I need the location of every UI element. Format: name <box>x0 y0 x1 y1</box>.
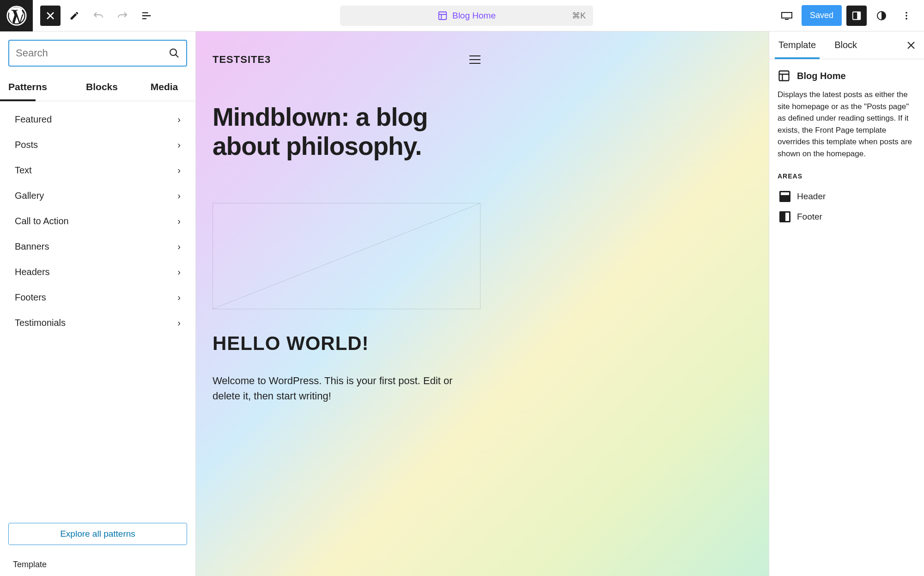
settings-panel: Template Block Blog Home Displays the la… <box>769 31 924 576</box>
tab-media[interactable]: Media <box>133 75 195 101</box>
areas-heading: AREAS <box>778 172 916 180</box>
tab-patterns[interactable]: Patterns <box>0 75 71 101</box>
post-title[interactable]: HELLO WORLD! <box>213 332 480 355</box>
svg-rect-1 <box>439 12 447 19</box>
svg-point-5 <box>906 12 907 13</box>
category-call-to-action[interactable]: Call to Action› <box>0 208 195 234</box>
wordpress-logo[interactable] <box>0 0 33 31</box>
document-title-bar[interactable]: Blog Home ⌘K <box>340 6 593 26</box>
area-footer[interactable]: Footer <box>778 207 916 227</box>
svg-point-6 <box>906 15 907 17</box>
redo-button[interactable] <box>112 6 133 26</box>
category-headers[interactable]: Headers› <box>0 259 195 285</box>
chevron-right-icon: › <box>177 190 181 201</box>
category-posts[interactable]: Posts› <box>0 132 195 158</box>
chevron-right-icon: › <box>177 216 181 227</box>
template-description: Displays the latest posts as either the … <box>778 89 916 159</box>
list-view-button[interactable] <box>136 6 157 26</box>
pattern-categories: Featured› Posts› Text› Gallery› Call to … <box>0 101 195 515</box>
close-settings-button[interactable] <box>898 41 924 50</box>
svg-rect-3 <box>857 12 860 19</box>
header-area-icon <box>779 191 790 202</box>
category-gallery[interactable]: Gallery› <box>0 183 195 208</box>
footer-area-icon <box>779 211 790 222</box>
keyboard-shortcut: ⌘K <box>572 11 586 21</box>
view-button[interactable] <box>777 6 797 26</box>
category-testimonials[interactable]: Testimonials› <box>0 310 195 336</box>
svg-point-7 <box>906 18 907 19</box>
inserter-panel: Patterns Blocks Media Featured› Posts› T… <box>0 31 196 576</box>
search-icon <box>169 48 180 59</box>
site-title[interactable]: TESTSITE3 <box>213 54 271 66</box>
chevron-right-icon: › <box>177 140 181 150</box>
area-header[interactable]: Header <box>778 186 916 207</box>
close-button[interactable] <box>40 6 61 26</box>
tab-template[interactable]: Template <box>769 31 825 59</box>
topbar: Blog Home ⌘K Saved <box>0 0 924 31</box>
template-name: Blog Home <box>797 71 846 81</box>
explore-patterns-button[interactable]: Explore all patterns <box>8 523 187 545</box>
chevron-right-icon: › <box>177 241 181 252</box>
chevron-right-icon: › <box>177 267 181 277</box>
chevron-right-icon: › <box>177 318 181 328</box>
undo-button[interactable] <box>88 6 109 26</box>
options-button[interactable] <box>896 6 917 26</box>
styles-button[interactable] <box>871 6 892 26</box>
page-headline[interactable]: Mindblown: a blog about philosophy. <box>213 103 480 161</box>
category-featured[interactable]: Featured› <box>0 107 195 132</box>
bottom-breadcrumb[interactable]: Template <box>0 553 195 576</box>
saved-button[interactable]: Saved <box>802 5 842 26</box>
tab-blocks[interactable]: Blocks <box>71 75 133 101</box>
svg-rect-9 <box>779 71 789 81</box>
chevron-right-icon: › <box>177 292 181 303</box>
tab-block[interactable]: Block <box>825 31 866 59</box>
search-input-wrap[interactable] <box>8 40 187 67</box>
settings-sidebar-button[interactable] <box>846 6 867 26</box>
category-footers[interactable]: Footers› <box>0 285 195 310</box>
featured-image-placeholder[interactable] <box>213 203 480 309</box>
svg-point-8 <box>170 49 176 55</box>
document-title: Blog Home <box>452 11 496 21</box>
chevron-right-icon: › <box>177 165 181 176</box>
template-icon <box>778 69 790 82</box>
post-excerpt[interactable]: Welcome to WordPress. This is your first… <box>213 373 480 404</box>
search-input[interactable] <box>16 47 169 59</box>
nav-menu-icon[interactable] <box>469 55 480 64</box>
edit-icon[interactable] <box>64 6 85 26</box>
inserter-tabs: Patterns Blocks Media <box>0 75 195 101</box>
template-icon <box>438 11 448 21</box>
category-banners[interactable]: Banners› <box>0 234 195 259</box>
chevron-right-icon: › <box>177 114 181 125</box>
editor-canvas[interactable]: TESTSITE3 Mindblown: a blog about philos… <box>196 31 769 576</box>
category-text[interactable]: Text› <box>0 158 195 183</box>
